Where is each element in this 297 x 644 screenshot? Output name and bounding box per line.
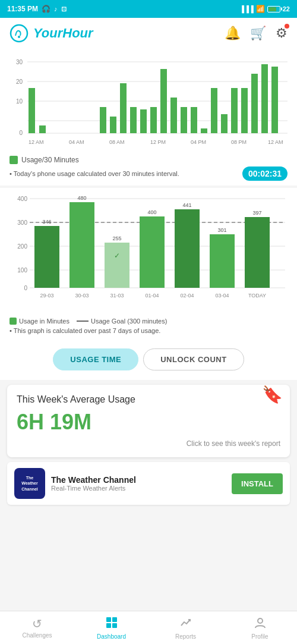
svg-text:400: 400	[147, 209, 156, 215]
ad-title: The Weather Channel	[51, 475, 226, 485]
svg-text:31-03: 31-03	[110, 293, 124, 299]
logo-part1: Your	[33, 26, 62, 40]
challenges-icon: ↺	[32, 617, 42, 631]
svg-text:397: 397	[252, 210, 261, 216]
usage-time-button[interactable]: USAGE TIME	[53, 348, 138, 370]
cast-icon: ⊡	[61, 5, 67, 13]
weekly-note-text: • This graph is calculated over past 7 d…	[10, 327, 160, 334]
svg-rect-67	[245, 217, 270, 288]
legend-item-goal: Usage Goal (300 minutes)	[77, 318, 167, 325]
svg-text:08 AM: 08 AM	[109, 139, 125, 145]
svg-text:346: 346	[42, 219, 51, 225]
ad-subtitle: Real-Time Weather Alerts	[51, 485, 226, 492]
svg-text:20: 20	[16, 78, 23, 85]
weekly-note: • This graph is calculated over past 7 d…	[10, 327, 287, 334]
svg-rect-29	[211, 88, 217, 133]
svg-point-80	[258, 618, 263, 623]
svg-rect-33	[251, 74, 258, 133]
hourly-legend: Usage/30 Minutes	[10, 156, 287, 164]
ad-content: The Weather Channel Real-Time Weather Al…	[51, 475, 226, 492]
install-button[interactable]: INSTALL	[232, 473, 283, 494]
bottom-nav: ↺ Challenges Dashboard Reports	[0, 611, 297, 644]
hourly-legend-label: Usage/30 Minutes	[21, 156, 79, 164]
notification-icon[interactable]: 🔔	[225, 26, 241, 41]
reports-label: Reports	[175, 633, 196, 640]
ad-logo-text: TheWeatherChannel	[21, 475, 38, 491]
ad-logo: TheWeatherChannel	[14, 468, 45, 499]
svg-rect-54	[34, 226, 59, 288]
unlock-count-button[interactable]: UNLOCK COUNT	[143, 348, 244, 370]
svg-rect-65	[210, 234, 235, 288]
status-right: ▐▐▐ 📶 22	[239, 5, 290, 13]
svg-rect-26	[181, 107, 187, 133]
svg-rect-31	[231, 88, 238, 133]
svg-text:400: 400	[17, 196, 27, 202]
reports-icon	[179, 616, 192, 632]
battery-fill	[268, 7, 277, 11]
svg-text:✓: ✓	[114, 252, 120, 260]
svg-point-0	[11, 25, 27, 42]
svg-text:255: 255	[112, 235, 121, 241]
settings-icon[interactable]: ⚙	[276, 26, 287, 41]
cart-icon[interactable]: 🛒	[250, 26, 266, 41]
svg-rect-12	[39, 125, 46, 133]
svg-text:480: 480	[77, 195, 86, 201]
svg-text:12 AM: 12 AM	[268, 139, 283, 145]
time-badge: 00:02:31	[242, 167, 287, 181]
legend-usage-box	[10, 318, 17, 325]
svg-rect-30	[221, 114, 228, 133]
svg-rect-79	[112, 623, 117, 628]
app-logo-icon	[10, 24, 29, 43]
svg-rect-56	[69, 202, 94, 288]
svg-point-1	[18, 36, 20, 38]
svg-text:10: 10	[16, 98, 23, 105]
svg-rect-63	[175, 209, 200, 288]
weekly-bar-chart: 400 300 200 100 0 346 480 255 ✓ 400 441 …	[10, 193, 287, 312]
svg-text:301: 301	[217, 227, 226, 233]
svg-rect-21	[130, 107, 137, 133]
svg-text:30-03: 30-03	[75, 293, 89, 299]
svg-rect-25	[170, 98, 177, 133]
svg-text:0: 0	[24, 285, 27, 291]
hourly-bar-chart: 30 20 10 0	[10, 56, 287, 151]
legend-goal-label: Usage Goal (300 minutes)	[91, 318, 167, 325]
spotify-icon: ♪	[54, 5, 58, 12]
signal-icon: ▐▐▐	[239, 5, 253, 12]
nav-item-profile[interactable]: Profile	[223, 611, 297, 644]
svg-rect-77	[112, 617, 117, 622]
weekly-legend: Usage in Minutes Usage Goal (300 minutes…	[10, 318, 287, 325]
svg-rect-18	[100, 107, 106, 133]
wifi-icon: 📶	[256, 5, 265, 13]
nav-item-challenges[interactable]: ↺ Challenges	[0, 611, 74, 644]
time-label: 11:35 PM	[7, 5, 38, 13]
profile-icon	[254, 616, 267, 632]
challenges-label: Challenges	[22, 632, 52, 639]
legend-box	[10, 156, 18, 164]
svg-text:04 AM: 04 AM	[69, 139, 84, 145]
nav-item-dashboard[interactable]: Dashboard	[74, 611, 148, 644]
svg-rect-23	[150, 107, 157, 133]
status-bar: 11:35 PM 🎧 ♪ ⊡ ▐▐▐ 📶 22	[0, 0, 297, 18]
legend-item-usage: Usage in Minutes	[10, 318, 69, 325]
svg-rect-27	[191, 107, 197, 133]
svg-text:08 PM: 08 PM	[231, 139, 247, 145]
svg-text:100: 100	[17, 267, 27, 274]
svg-text:29-03: 29-03	[40, 293, 53, 299]
card-link: Click to see this week's report	[17, 439, 280, 448]
weekly-chart-section: 400 300 200 100 0 346 480 255 ✓ 400 441 …	[0, 188, 297, 339]
dashboard-icon	[105, 616, 118, 632]
settings-badge	[285, 24, 289, 29]
logo-area: YourHour	[10, 24, 93, 43]
svg-rect-11	[29, 88, 35, 133]
svg-rect-28	[201, 128, 207, 133]
headphone-icon: 🎧	[42, 5, 50, 13]
toggle-section: USAGE TIME UNLOCK COUNT	[0, 339, 297, 380]
nav-item-reports[interactable]: Reports	[148, 611, 223, 644]
nav-icons: 🔔 🛒 ⚙	[225, 26, 287, 41]
weekly-card[interactable]: 🔖 This Week's Average Usage 6H 19M Click…	[7, 385, 290, 457]
logo-text: YourHour	[33, 26, 93, 41]
logo-part2: Hour	[62, 26, 93, 40]
top-nav: YourHour 🔔 🛒 ⚙	[0, 18, 297, 49]
svg-text:300: 300	[17, 219, 27, 226]
svg-text:03-04: 03-04	[215, 293, 229, 299]
